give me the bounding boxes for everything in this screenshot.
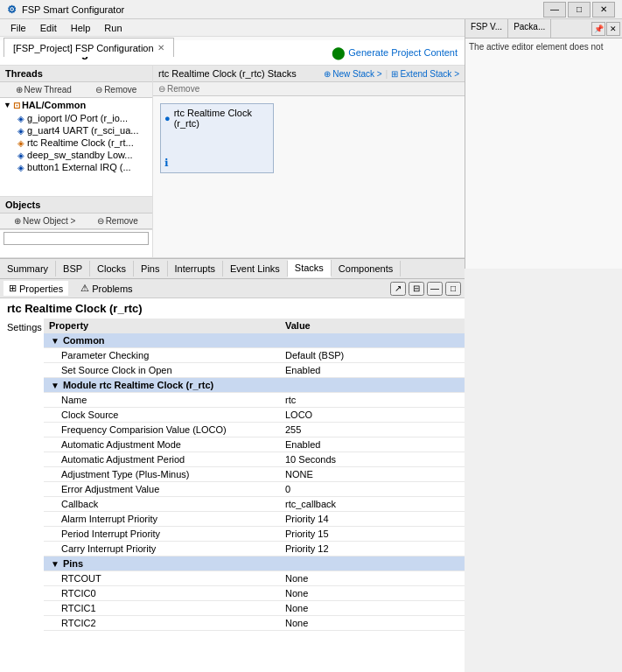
objects-search-input[interactable] (3, 232, 149, 245)
ioport-icon: ◈ (17, 114, 24, 123)
prop-value[interactable]: 0 (280, 482, 465, 497)
menu-file[interactable]: File (3, 21, 33, 35)
maximize-button[interactable]: □ (568, 2, 591, 18)
new-thread-button[interactable]: ⊕ New Thread (16, 85, 72, 94)
table-row[interactable]: Set Source Clock in Open Enabled (44, 363, 465, 378)
prop-value[interactable]: Enabled (280, 438, 465, 452)
rtc-icon: ◈ (17, 138, 24, 148)
threads-panel: Threads ⊕ New Thread ⊖ Remove ▼ ⊡ HAL/Co… (0, 66, 153, 257)
props-minimize-button[interactable]: — (427, 282, 443, 296)
prop-value[interactable]: Priority 14 (280, 512, 465, 527)
table-row[interactable]: RTCOUT None (44, 571, 465, 586)
prop-name: Automatic Adjustment Mode (44, 438, 280, 452)
tab-clocks[interactable]: Clocks (90, 261, 134, 276)
fsp-config-tab-label: [FSP_Project] FSP Configuration (13, 43, 154, 53)
threads-remove-button[interactable]: ⊖ Remove (95, 85, 136, 94)
prop-value[interactable]: Enabled (280, 363, 465, 378)
table-row[interactable]: RTCIC0 None (44, 586, 465, 601)
properties-tab[interactable]: ⊞ Properties (3, 281, 68, 296)
prop-value[interactable]: rtc_callback (280, 497, 465, 512)
minimize-button[interactable]: — (543, 2, 566, 18)
new-object-button[interactable]: ⊕ New Object > (14, 216, 75, 226)
settings-label: Settings (0, 318, 44, 631)
fsp-view-tab[interactable]: FSP V... (465, 19, 508, 38)
objects-panel: Objects ⊕ New Object > ⊖ Remove (0, 196, 152, 257)
prop-value[interactable]: 10 Seconds (280, 452, 465, 467)
prop-value[interactable]: None (280, 601, 465, 616)
prop-name: Set Source Clock in Open (44, 363, 280, 378)
table-row[interactable]: RTCIC1 None (44, 601, 465, 616)
objects-remove-button[interactable]: ⊖ Remove (97, 216, 138, 226)
right-close-button[interactable]: ✕ (606, 22, 620, 36)
generate-project-button[interactable]: ⬤ Generate Project Content (332, 46, 458, 60)
table-row[interactable]: Frequency Comparision Value (LOCO) 255 (44, 423, 465, 438)
menu-help[interactable]: Help (64, 21, 98, 35)
table-row[interactable]: Carry Interrupt Priority Priority 12 (44, 542, 465, 556)
prop-name: RTCIC1 (44, 601, 280, 616)
tab-components[interactable]: Components (332, 261, 401, 276)
bottom-tabs: Summary BSP Clocks Pins Interrupts Event… (0, 258, 465, 279)
table-row[interactable]: Automatic Adjustment Period 10 Seconds (44, 452, 465, 467)
tab-stacks[interactable]: Stacks (288, 260, 332, 277)
props-maximize-button[interactable]: □ (445, 282, 461, 296)
prop-value[interactable]: NONE (280, 467, 465, 482)
table-row[interactable]: Name rtc (44, 393, 465, 408)
fsp-config-tab[interactable]: [FSP_Project] FSP Configuration ✕ (3, 38, 174, 57)
menu-run[interactable]: Run (97, 21, 129, 35)
problems-icon: ⚠ (80, 283, 89, 294)
close-button[interactable]: ✕ (592, 2, 615, 18)
prop-value[interactable]: Priority 15 (280, 527, 465, 542)
prop-value[interactable]: None (280, 616, 465, 631)
tree-item-button[interactable]: ◈ button1 External IRQ (... (0, 161, 152, 173)
tree-item-uart[interactable]: ◈ g_uart4 UART (r_sci_ua... (0, 124, 152, 136)
props-export-button[interactable]: ↗ (390, 282, 406, 296)
tree-item-ioport[interactable]: ◈ g_ioport I/O Port (r_io... (0, 112, 152, 124)
prop-value[interactable]: rtc (280, 393, 465, 408)
prop-value[interactable]: LOCO (280, 408, 465, 423)
packages-tab[interactable]: Packa... (508, 19, 551, 38)
tree-item-standby[interactable]: ◈ deep_sw_standby Low... (0, 149, 152, 161)
prop-value[interactable]: 255 (280, 423, 465, 438)
table-row[interactable]: Adjustment Type (Plus-Minus) NONE (44, 467, 465, 482)
tab-event-links[interactable]: Event Links (223, 261, 288, 276)
tab-summary[interactable]: Summary (0, 261, 56, 276)
props-columns-button[interactable]: ⊟ (409, 282, 424, 296)
extend-stack-button[interactable]: ⊞ Extend Stack > (391, 69, 459, 79)
rtc-stack-card[interactable]: ● rtc Realtime Clock (r_rtc) ℹ (160, 103, 274, 173)
tab-interrupts[interactable]: Interrupts (168, 261, 223, 276)
new-stack-icon: ⊕ (324, 69, 331, 79)
stack-card-icon: ● (164, 113, 171, 123)
stacks-content: ● rtc Realtime Clock (r_rtc) ℹ (153, 96, 465, 257)
table-section-row: ▼Pins (44, 556, 465, 571)
prop-name: Automatic Adjustment Period (44, 452, 280, 467)
table-row[interactable]: Alarm Interrupt Priority Priority 14 (44, 512, 465, 527)
tree-root-hal[interactable]: ▼ ⊡ HAL/Common (0, 98, 152, 112)
table-row[interactable]: Parameter Checking Default (BSP) (44, 348, 465, 363)
problems-tab[interactable]: ⚠ Problems (75, 281, 137, 296)
threads-label: Threads (5, 68, 147, 79)
table-row[interactable]: Clock Source LOCO (44, 408, 465, 423)
table-row[interactable]: Automatic Adjustment Mode Enabled (44, 438, 465, 452)
prop-value[interactable]: Default (BSP) (280, 348, 465, 363)
table-row[interactable]: Period Interrupt Priority Priority 15 (44, 527, 465, 542)
threads-panel-header: Threads (0, 66, 152, 82)
prop-value[interactable]: None (280, 571, 465, 586)
stacks-remove-button[interactable]: ⊖ Remove (158, 84, 199, 94)
properties-content: Settings Property Value ▼Common Paramete… (0, 318, 465, 631)
table-row[interactable]: RTCIC2 None (44, 616, 465, 631)
stacks-remove-bar: ⊖ Remove (153, 82, 465, 96)
new-stack-button[interactable]: ⊕ New Stack > (324, 69, 381, 79)
tree-item-rtc[interactable]: ◈ rtc Realtime Clock (r_rt... (0, 136, 152, 149)
right-pin-button[interactable]: 📌 (591, 22, 605, 36)
table-row[interactable]: Error Adjustment Value 0 (44, 482, 465, 497)
fsp-config-tab-close[interactable]: ✕ (157, 43, 164, 52)
prop-value[interactable]: None (280, 586, 465, 601)
tab-bsp[interactable]: BSP (56, 261, 90, 276)
table-row[interactable]: Callback rtc_callback (44, 497, 465, 512)
prop-value[interactable]: Priority 12 (280, 542, 465, 556)
extend-stack-icon: ⊞ (391, 69, 398, 79)
prop-section-title: rtc Realtime Clock (r_rtc) (0, 298, 465, 318)
tab-pins[interactable]: Pins (134, 261, 167, 276)
properties-icon: ⊞ (9, 283, 17, 294)
menu-edit[interactable]: Edit (33, 21, 64, 35)
